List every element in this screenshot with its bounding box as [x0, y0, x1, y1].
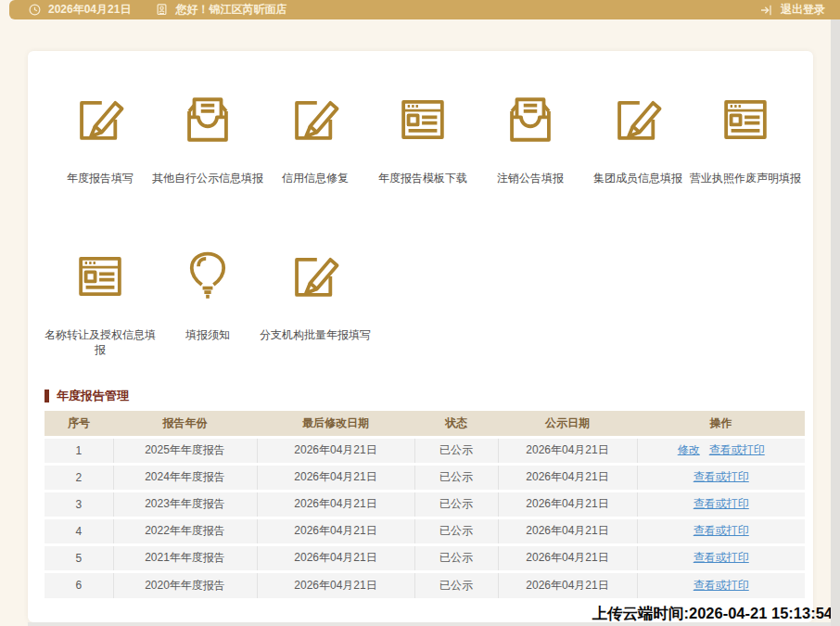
- modified-date-cell: 2026年04月21日: [257, 491, 414, 517]
- bottom-edge: [28, 622, 831, 626]
- status-cell: 已公示: [414, 437, 498, 464]
- view-or-print-link[interactable]: 查看或打印: [694, 497, 749, 510]
- shortcut-label: 年度报告填写: [42, 171, 159, 185]
- table-header-row: 序号报告年份最后修改日期状态公示日期操作: [45, 411, 805, 437]
- column-header: 公示日期: [498, 411, 637, 437]
- report-year-cell: 2023年年度报告: [113, 491, 257, 517]
- row-number-cell: 6: [45, 571, 113, 598]
- browser-icon: [396, 93, 450, 150]
- column-header: 报告年份: [113, 411, 257, 437]
- publish-date-cell: 2026年04月21日: [498, 464, 637, 491]
- shortcut-other-publicity-info-fill[interactable]: 其他自行公示信息填报: [154, 93, 261, 185]
- view-or-print-link[interactable]: 查看或打印: [694, 470, 749, 483]
- row-number-cell: 1: [45, 437, 113, 464]
- edit-icon: [611, 93, 665, 150]
- view-or-print-link[interactable]: 查看或打印: [694, 579, 749, 592]
- shortcut-label: 分支机构批量年报填写: [257, 327, 374, 342]
- shortcut-label: 其他自行公示信息填报: [149, 171, 266, 185]
- actions-cell: 查看或打印: [637, 544, 805, 571]
- inbox-icon: [503, 93, 557, 150]
- inbox-icon: [181, 93, 235, 150]
- section-title-text: 年度报告管理: [57, 388, 129, 404]
- column-header: 序号: [45, 411, 113, 437]
- report-year-cell: 2020年年度报告: [113, 571, 257, 598]
- shortcut-label: 信用信息修复: [257, 171, 374, 185]
- shortcut-filing-instructions[interactable]: 填报须知: [154, 249, 261, 357]
- publish-date-cell: 2026年04月21日: [498, 544, 637, 571]
- user-greeting: 您好！锦江区芮昕面店: [175, 2, 286, 18]
- status-cell: 已公示: [414, 544, 498, 571]
- actions-cell: 修改查看或打印: [637, 437, 805, 464]
- section-title-bar: [45, 390, 49, 402]
- column-header: 状态: [414, 411, 498, 437]
- modified-date-cell: 2026年04月21日: [257, 464, 414, 491]
- status-cell: 已公示: [414, 571, 498, 598]
- modified-date-cell: 2026年04月21日: [257, 437, 414, 464]
- clock-icon: [28, 3, 42, 17]
- table-row: 32023年年度报告2026年04月21日已公示2026年04月21日查看或打印: [45, 491, 805, 517]
- row-number-cell: 2: [45, 464, 113, 491]
- main-card: 年度报告填写其他自行公示信息填报信用信息修复年度报告模板下载注销公告填报集团成员…: [28, 51, 813, 622]
- report-year-cell: 2024年年度报告: [113, 464, 257, 491]
- edit-icon: [288, 249, 342, 307]
- table-row: 12025年年度报告2026年04月21日已公示2026年04月21日修改查看或…: [45, 437, 805, 464]
- shortcut-license-void-declaration-fill[interactable]: 营业执照作废声明填报: [692, 93, 799, 185]
- shortcut-branch-batch-annual-report[interactable]: 分支机构批量年报填写: [261, 249, 369, 357]
- status-cell: 已公示: [414, 464, 498, 491]
- topbar: 2026年04月21日 您好！锦江区芮昕面店 退出登录: [9, 0, 840, 19]
- scrollbar[interactable]: [831, 19, 840, 626]
- edit-icon: [288, 93, 342, 150]
- shortcut-label: 填报须知: [149, 327, 266, 342]
- report-year-cell: 2022年年度报告: [113, 517, 257, 544]
- upload-time-text: 上传云端时间:2026-04-21 15:13:54: [592, 604, 833, 624]
- modified-date-cell: 2026年04月21日: [257, 571, 414, 598]
- modified-date-cell: 2026年04月21日: [257, 517, 414, 544]
- shortcut-label: 注销公告填报: [472, 171, 589, 185]
- report-year-cell: 2025年年度报告: [113, 437, 257, 464]
- table-row: 62020年年度报告2026年04月21日已公示2026年04月21日查看或打印: [45, 571, 805, 598]
- table-row: 52021年年度报告2026年04月21日已公示2026年04月21日查看或打印: [45, 544, 805, 571]
- view-or-print-link[interactable]: 查看或打印: [694, 551, 749, 564]
- shortcut-group-member-info-fill[interactable]: 集团成员信息填报: [584, 93, 692, 185]
- annual-report-table: 序号报告年份最后修改日期状态公示日期操作 12025年年度报告2026年04月2…: [45, 411, 805, 598]
- shortcut-name-transfer-authorization-fill[interactable]: 名称转让及授权信息填报: [46, 249, 154, 357]
- actions-cell: 查看或打印: [637, 491, 805, 517]
- row-number-cell: 4: [45, 517, 113, 544]
- actions-cell: 查看或打印: [637, 571, 805, 598]
- current-date: 2026年04月21日: [48, 2, 131, 18]
- modified-date-cell: 2026年04月21日: [257, 544, 414, 571]
- actions-cell: 查看或打印: [637, 517, 805, 544]
- publish-date-cell: 2026年04月21日: [498, 437, 637, 464]
- modify-link[interactable]: 修改: [678, 443, 700, 456]
- publish-date-cell: 2026年04月21日: [498, 517, 637, 544]
- publish-date-cell: 2026年04月21日: [498, 491, 637, 517]
- view-or-print-link[interactable]: 查看或打印: [709, 443, 765, 456]
- browser-icon: [73, 249, 127, 307]
- column-header: 最后修改日期: [257, 411, 414, 437]
- logout-icon[interactable]: [759, 3, 774, 18]
- user-icon: [155, 3, 169, 17]
- row-number-cell: 3: [45, 491, 113, 517]
- shortcut-annual-report-template-download[interactable]: 年度报告模板下载: [369, 93, 477, 185]
- actions-cell: 查看或打印: [637, 464, 805, 491]
- report-year-cell: 2021年年度报告: [113, 544, 257, 571]
- status-cell: 已公示: [414, 517, 498, 544]
- browser-icon: [719, 93, 772, 150]
- shortcut-grid-row2: 名称转让及授权信息填报填报须知分支机构批量年报填写: [46, 249, 813, 357]
- shortcut-label: 名称转让及授权信息填报: [42, 327, 159, 357]
- logout-button[interactable]: 退出登录: [781, 2, 825, 18]
- shortcut-grid-row1: 年度报告填写其他自行公示信息填报信用信息修复年度报告模板下载注销公告填报集团成员…: [46, 51, 813, 185]
- status-cell: 已公示: [414, 491, 498, 517]
- shortcut-credit-info-repair[interactable]: 信用信息修复: [261, 93, 369, 185]
- shortcut-cancellation-notice-fill[interactable]: 注销公告填报: [477, 93, 584, 185]
- table-row: 42022年年度报告2026年04月21日已公示2026年04月21日查看或打印: [45, 517, 805, 544]
- shortcut-label: 营业执照作废声明填报: [687, 171, 804, 185]
- table-row: 22024年年度报告2026年04月21日已公示2026年04月21日查看或打印: [45, 464, 805, 491]
- row-number-cell: 5: [45, 544, 113, 571]
- shortcut-label: 年度报告模板下载: [364, 171, 481, 185]
- section-title: 年度报告管理: [45, 389, 813, 403]
- shortcut-annual-report-fill[interactable]: 年度报告填写: [46, 93, 154, 185]
- edit-icon: [73, 93, 127, 150]
- column-header: 操作: [637, 411, 805, 437]
- view-or-print-link[interactable]: 查看或打印: [694, 524, 749, 537]
